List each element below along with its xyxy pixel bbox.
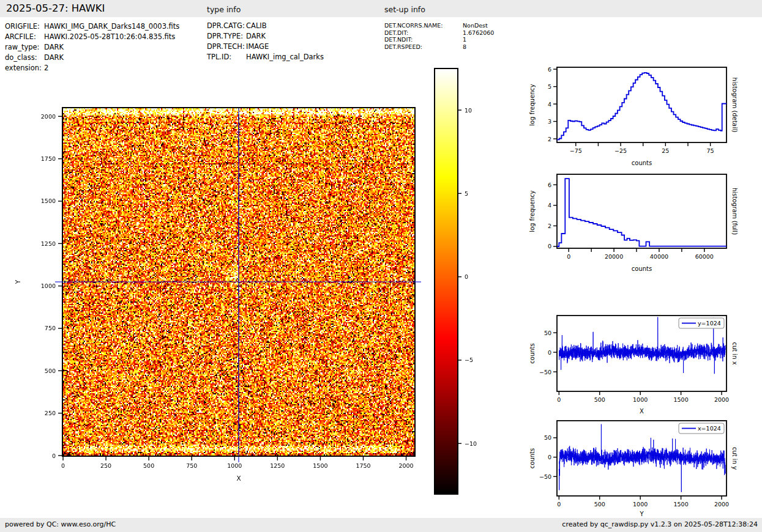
- meta-value: 8: [463, 43, 466, 50]
- y-axis-label: Y: [14, 279, 21, 284]
- y-tick-label: 2: [548, 136, 551, 142]
- x-tick-label: 1500: [674, 501, 689, 508]
- meta-row: DET.DIT:1.6762060: [384, 29, 494, 36]
- x-tick-label: 0: [567, 253, 570, 260]
- data-series: [557, 179, 727, 246]
- meta-value: DARK: [44, 43, 64, 51]
- x-tick-label: 0: [557, 501, 561, 508]
- histogram-detail-plot: −75−25257523456countslog frequencyhistog…: [517, 56, 762, 171]
- y-tick-label: 6: [548, 66, 551, 73]
- y-tick-label: 2000: [41, 113, 56, 120]
- x-tick-label: −75: [570, 147, 582, 154]
- x-tick-label: 25: [662, 147, 669, 154]
- type-info-header: type info: [207, 5, 241, 14]
- meta-value: HAWKI_IMG_DARK_Darks148_0003.fits: [44, 22, 179, 31]
- side-label: histogram (full): [731, 188, 738, 235]
- y-tick-label: 0: [548, 454, 551, 460]
- y-tick-label: 2: [548, 223, 551, 229]
- side-label: histogram (detail): [731, 78, 738, 133]
- x-tick-label: 20000: [605, 253, 623, 260]
- y-tick-label: 0: [548, 243, 551, 249]
- colorbar-tick-label: 10: [465, 107, 472, 114]
- x-tick-label: −25: [614, 147, 627, 154]
- y-tick-label: 50: [544, 434, 551, 441]
- meta-row: DET.NCORRS.NAME:NonDest: [384, 22, 488, 29]
- data-series: [557, 73, 727, 140]
- meta-row: raw_type:DARK: [5, 43, 64, 51]
- y-tick-label: 4: [548, 202, 551, 209]
- colorbar-tick-label: 0: [465, 273, 468, 280]
- plot-frame: [557, 174, 727, 248]
- cut-in-x-plot: 0500100015002000−50050Xcountscut in xy=1…: [517, 305, 762, 419]
- meta-label: ORIGFILE:: [5, 22, 44, 31]
- y-tick-label: 0: [52, 453, 56, 459]
- meta-row: DPR.TECH:IMAGE: [207, 42, 269, 51]
- meta-value: DARK: [246, 32, 266, 40]
- data-series: [559, 424, 725, 492]
- meta-value: DARK: [44, 53, 64, 62]
- x-tick-label: 500: [143, 462, 154, 469]
- x-axis-label: X: [236, 475, 241, 482]
- x-tick-label: 1500: [313, 462, 327, 469]
- colorbar-ticks: 1050−5−10: [457, 64, 494, 501]
- x-axis-label: counts: [632, 265, 652, 272]
- x-tick-label: 1500: [674, 396, 689, 403]
- x-tick-label: 60000: [695, 253, 714, 260]
- x-tick-label: 1000: [633, 396, 648, 403]
- meta-value: 1.6762060: [463, 29, 494, 36]
- meta-value: HAWKI.2025-05-28T10:26:04.835.fits: [44, 32, 175, 41]
- side-label: cut in y: [731, 447, 738, 470]
- meta-row: TPL.ID:HAWKI_img_cal_Darks: [207, 53, 324, 61]
- colorbar-tick-label: −5: [465, 357, 473, 363]
- meta-label: raw_type:: [5, 43, 44, 51]
- x-tick-label: 0: [557, 396, 561, 403]
- colorbar-tick-label: 5: [465, 190, 468, 197]
- meta-label: DPR.TYPE:: [207, 32, 246, 40]
- colorbar-frame: [434, 68, 458, 495]
- x-tick-label: 1250: [270, 462, 285, 469]
- y-tick-label: 1000: [41, 283, 56, 289]
- x-axis-label: Y: [639, 511, 644, 517]
- meta-value: 1: [463, 36, 466, 43]
- footer-left-text: powered by QC: www.eso.org/HC: [5, 520, 116, 528]
- meta-label: DET.NCORRS.NAME:: [384, 22, 463, 29]
- x-tick-label: 1000: [633, 501, 648, 508]
- y-tick-label: 750: [45, 325, 56, 331]
- meta-label: DET.RSPEED:: [384, 43, 463, 50]
- y-tick-label: 1500: [41, 198, 56, 204]
- meta-label: DET.DIT:: [384, 29, 463, 36]
- meta-row: DET.NDIT:1: [384, 36, 466, 43]
- y-axis-label: counts: [529, 343, 536, 363]
- y-tick-label: 0: [548, 349, 551, 356]
- y-tick-label: −50: [539, 473, 551, 480]
- setup-info-header: set-up info: [384, 5, 425, 14]
- page-title: 2025-05-27: HAWKI: [6, 2, 105, 14]
- y-axis-label: log frequency: [529, 190, 536, 232]
- x-tick-label: 2000: [398, 462, 413, 469]
- meta-label: DET.NDIT:: [384, 36, 463, 43]
- x-tick-label: 0: [61, 462, 65, 469]
- meta-label: extension:: [5, 64, 44, 72]
- meta-label: DPR.TECH:: [207, 42, 246, 51]
- legend-label: x=1024: [698, 425, 721, 432]
- side-label: cut in x: [731, 342, 738, 364]
- y-axis-label: log frequency: [529, 84, 536, 126]
- y-axis-label: counts: [529, 448, 536, 468]
- colorbar-tick-label: −10: [465, 440, 477, 447]
- colorbar-gradient: [435, 69, 457, 493]
- meta-row: extension:2: [5, 64, 48, 72]
- x-tick-label: 75: [707, 147, 714, 154]
- x-tick-label: 1000: [227, 462, 242, 469]
- y-tick-label: 250: [45, 410, 56, 416]
- meta-row: ORIGFILE:HAWKI_IMG_DARK_Darks148_0003.fi…: [5, 22, 179, 31]
- x-tick-label: 250: [100, 462, 111, 469]
- meta-row: do_class:DARK: [5, 53, 64, 62]
- meta-row: DPR.CATG:CALIB: [207, 21, 267, 30]
- y-tick-label: 4: [548, 101, 551, 108]
- meta-row: ARCFILE:HAWKI.2025-05-28T10:26:04.835.fi…: [5, 32, 175, 41]
- meta-value: NonDest: [463, 22, 488, 29]
- x-tick-label: 500: [594, 501, 605, 508]
- x-tick-label: 40000: [650, 253, 668, 260]
- x-tick-label: 2000: [714, 501, 729, 508]
- legend-label: y=1024: [698, 320, 721, 327]
